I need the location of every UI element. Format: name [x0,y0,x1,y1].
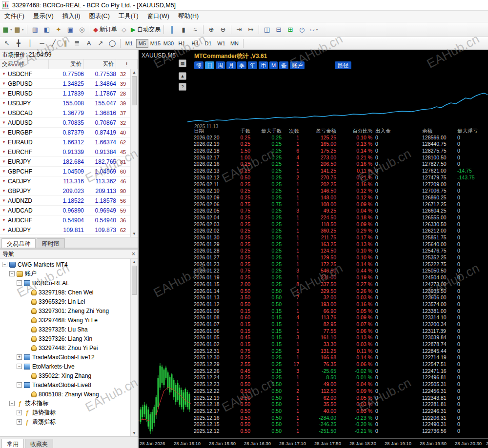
timeframe-mn[interactable]: MN [228,39,241,48]
market-watch-row[interactable]: ▼USDCHF0.775060.7753832 [0,69,138,79]
timeframe-m5[interactable]: M5 [136,39,148,48]
auto-scroll-button[interactable]: ⇥ [234,24,244,35]
market-watch-button[interactable]: ▥ [30,24,41,35]
scroll-up-icon[interactable]: ▲ [131,260,138,264]
menu-item-4[interactable]: 工具(T) [114,10,143,22]
scroll-down-icon[interactable]: ▼ [131,431,138,435]
panel-menu-季[interactable]: 季 [237,61,246,69]
nav-item[interactable]: −ƒ技术指标 [0,399,138,408]
channel-tool-button[interactable]: ∥ [60,38,71,49]
menu-item-0[interactable]: 文件(F) [0,10,29,22]
nav-item[interactable]: 33297325: Liu Sha [0,325,138,334]
data-window-button[interactable]: ◧ [41,24,52,35]
indicators-button[interactable]: ⊞ [285,24,296,35]
tree-expander[interactable]: + [17,410,22,415]
panel-menu-币[interactable]: 币 [259,61,268,69]
path-button[interactable]: 路径 [335,61,351,69]
market-watch-row[interactable]: ▼EURGBP0.873790.8741940 [0,128,138,137]
tree-expander[interactable]: + [17,354,22,360]
line-chart-button[interactable]: ≈ [190,24,201,35]
navigator-scrollbar[interactable]: ▲ ▼ [130,259,138,436]
market-watch-row[interactable]: ▼GBPUSD1.348251.3486439 [0,79,138,89]
nav-item[interactable]: 33297198: Chen Wei [0,288,138,297]
cascade-windows-button[interactable]: ⊟ [273,24,284,35]
panel-menu-账户[interactable]: 账户 [290,61,305,69]
nav-item[interactable]: −账户 [0,269,138,278]
scrollbar-thumb[interactable] [132,266,137,295]
market-watch-row[interactable]: ▼CADJPY113.316113.36246 [0,176,138,186]
menu-item-6[interactable]: 帮助(H) [174,10,203,22]
scroll-up-icon[interactable]: ▲ [131,70,138,75]
trendline-tool-button[interactable]: ╱ [48,38,59,49]
navigator-button[interactable]: ✦ [53,24,64,35]
timeframe-m30[interactable]: M30 [163,39,175,48]
nav-item[interactable]: +ƒ震荡指标 [0,417,138,427]
menu-item-5[interactable]: 窗口(W) [143,10,174,22]
market-watch-row[interactable]: ▼USDCAD1.367791.3681637 [0,108,138,118]
tree-expander[interactable]: − [9,271,15,276]
candlestick-button[interactable]: ▮ [178,24,189,35]
market-watch-scrollbar[interactable]: ▲ ▼ [130,69,138,237]
market-watch-row[interactable]: ▼AUDUSD0.708350.7086732 [0,118,138,128]
arrows-tool-button[interactable]: ↗ [95,38,106,49]
navigator-bottom-tab-0[interactable]: 常用 [1,439,24,448]
market-watch-row[interactable]: ▼GBPCHF1.045091.0456960 [0,167,138,176]
navigator-bottom-tab-1[interactable]: 收藏夹 [25,439,53,448]
new-chart-button[interactable]: ▦▾ [2,24,13,35]
timeframe-h1[interactable]: H1 [176,39,188,48]
market-watch-row[interactable]: ▼USDJPY155.008155.04739 [0,98,138,108]
market-watch-row[interactable]: ▼AUDNZD1.185221.1857856 [0,196,138,206]
horizontal-line-tool-button[interactable]: ─ [37,38,47,49]
panel-menu-备[interactable]: 备 [279,61,288,69]
autotrading-button[interactable]: ▶自动交易 [130,24,161,35]
panel-help-button[interactable]: ? [179,83,186,91]
panel-menu-月[interactable]: 月 [226,61,236,69]
cursor-tool-button[interactable]: ↖ [1,38,12,49]
panel-menu-周[interactable]: 周 [216,61,225,69]
panel-collapse-button[interactable]: ▲ [179,72,186,80]
templates-button[interactable]: ▱▾ [308,24,319,35]
panel-menu-日[interactable]: 日 [205,61,214,69]
scroll-down-icon[interactable]: ▼ [131,232,138,236]
nav-item[interactable]: 33297468: Wang Yi Le [0,315,138,325]
market-watch-row[interactable]: ▼EURJPY182.684182.76581 [0,157,138,167]
menu-item-1[interactable]: 显示(V) [29,10,58,22]
tile-windows-button[interactable]: ◫ [262,24,272,35]
scrollbar-thumb[interactable] [132,76,137,105]
timeframe-w1[interactable]: W1 [215,39,227,48]
crosshair-tool-button[interactable]: ╋ [13,38,24,49]
panel-menu-年[interactable]: 年 [248,61,257,69]
nav-item[interactable]: 33297326: Liang Xin [0,334,138,343]
nav-item[interactable]: 33297448: Zhou Yi Pei [0,343,138,352]
profiles-button[interactable]: ▤▾ [14,24,24,35]
nav-item[interactable]: −EtoMarkets-Live [0,362,138,371]
tree-expander[interactable]: − [17,280,22,286]
timeframe-m15[interactable]: M15 [149,39,162,48]
market-watch-tab-1[interactable]: 即时图 [37,238,65,248]
chart-shift-button[interactable]: ↦ [245,24,256,35]
nav-item[interactable]: +ƒ趋势指标 [0,408,138,417]
menu-item-3[interactable]: 图表(C) [84,10,114,22]
market-watch-row[interactable]: ▼AUDCHF0.549040.5494036 [0,215,138,225]
bar-chart-button[interactable]: ║ [166,24,177,35]
metaeditor-button[interactable]: ◇ [119,24,129,35]
market-watch-row[interactable]: ▼AUDCAD0.968900.9694959 [0,206,138,215]
zoom-out-button[interactable]: ⊖ [218,24,228,35]
nav-item[interactable]: 8005108: Zhanyi Wang [0,390,138,399]
market-watch-row[interactable]: ▼EURCHF0.913390.9138445 [0,147,138,157]
periods-button[interactable]: ◷ [297,24,307,35]
market-watch-row[interactable]: ▼EURUSD1.178391.1786728 [0,89,138,98]
market-watch-row[interactable]: ▼EURAUD1.663121.6637462 [0,137,138,147]
nav-item[interactable]: −CWG Markets MT4 [0,260,138,269]
market-watch-row[interactable]: ▼GBPJPY209.023209.11390 [0,186,138,196]
menu-item-2[interactable]: 插入(I) [58,10,85,22]
new-order-button[interactable]: ◆新订单 [93,24,118,35]
nav-item[interactable]: 335022: Xing Zhang [0,371,138,380]
market-watch-tab-0[interactable]: 交易品种 [1,238,36,248]
panel-chart-button[interactable]: ▦ [179,59,186,67]
tree-expander[interactable]: + [17,419,22,425]
timeframe-h4[interactable]: H4 [189,39,201,48]
market-watch-row[interactable]: ▼AUDJPY109.811109.87362 [0,225,138,235]
timeframe-m1[interactable]: M1 [123,39,135,48]
nav-item[interactable]: −BCRCo-REAL [0,278,138,288]
